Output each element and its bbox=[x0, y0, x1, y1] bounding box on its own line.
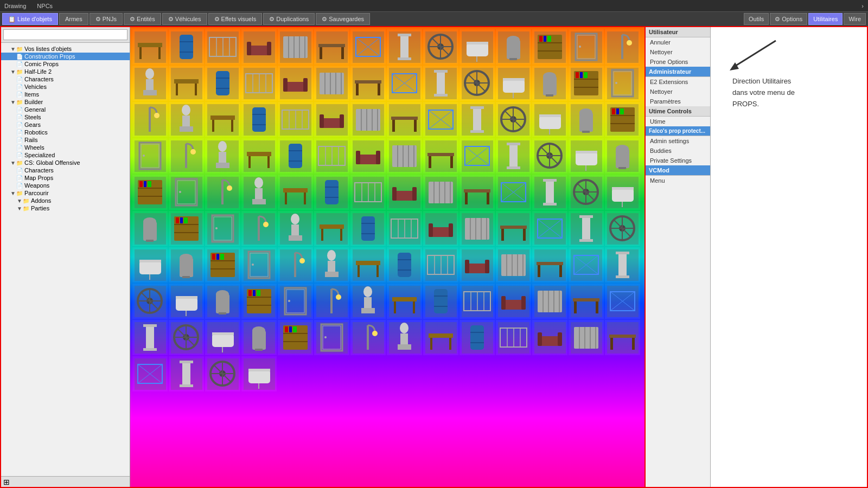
prop-item[interactable] bbox=[605, 211, 640, 246]
prop-item[interactable] bbox=[278, 138, 313, 174]
prop-item[interactable] bbox=[496, 247, 531, 282]
prop-item[interactable] bbox=[205, 175, 240, 210]
tree-item-cs-mapprops[interactable]: 📄 Map Props bbox=[1, 174, 130, 182]
prop-item[interactable] bbox=[459, 211, 495, 246]
prop-item[interactable] bbox=[569, 66, 604, 101]
prop-item[interactable] bbox=[423, 138, 458, 174]
prop-item[interactable] bbox=[169, 247, 204, 282]
prop-item[interactable] bbox=[132, 175, 168, 210]
prop-item[interactable] bbox=[241, 284, 277, 319]
prop-item[interactable] bbox=[532, 247, 567, 282]
prop-item[interactable] bbox=[459, 284, 495, 319]
prop-item[interactable] bbox=[132, 138, 168, 174]
prop-item[interactable] bbox=[496, 29, 531, 65]
expand-addons[interactable]: ▼ bbox=[16, 198, 23, 204]
tree-item-builder[interactable]: ▼ 📁 Builder bbox=[1, 98, 130, 106]
prop-item[interactable] bbox=[532, 66, 567, 101]
prop-item[interactable] bbox=[205, 102, 240, 137]
prop-item[interactable] bbox=[496, 320, 531, 355]
tree-item-hl2-characters[interactable]: 📄 Characters bbox=[1, 75, 130, 83]
prop-item[interactable] bbox=[387, 138, 422, 174]
prop-item[interactable] bbox=[132, 66, 168, 101]
tab-sauvegardes[interactable]: ⚙ Sauvegardes bbox=[316, 13, 370, 25]
prop-item[interactable] bbox=[423, 320, 458, 355]
menu-item-buddies[interactable]: Buddies bbox=[646, 146, 710, 156]
prop-item[interactable] bbox=[169, 175, 204, 210]
tree-item-builder-specialized[interactable]: 📄 Specialized bbox=[1, 151, 130, 159]
prop-item[interactable] bbox=[605, 66, 640, 101]
tab-liste-objets[interactable]: 📋 Liste d'objets bbox=[2, 13, 58, 25]
prop-item[interactable] bbox=[532, 320, 567, 355]
prop-item[interactable] bbox=[532, 284, 567, 319]
menu-item-admin-settings[interactable]: Admin settings bbox=[646, 136, 710, 146]
prop-item[interactable] bbox=[205, 138, 240, 174]
prop-item[interactable] bbox=[350, 102, 386, 137]
prop-item[interactable] bbox=[241, 175, 277, 210]
tree-item-builder-steels[interactable]: 📄 Steels bbox=[1, 113, 130, 121]
titlebar-npcs[interactable]: NPCs bbox=[37, 3, 53, 9]
prop-item[interactable] bbox=[569, 102, 604, 137]
prop-item[interactable] bbox=[350, 284, 386, 319]
prop-item[interactable] bbox=[459, 175, 495, 210]
menu-item-private-settings[interactable]: Private Settings bbox=[646, 156, 710, 165]
tree-item-cs-go[interactable]: ▼ 📁 CS: Global Offensive bbox=[1, 159, 130, 166]
prop-item[interactable] bbox=[569, 29, 604, 65]
prop-item[interactable] bbox=[532, 175, 567, 210]
prop-item[interactable] bbox=[241, 247, 277, 282]
prop-item[interactable] bbox=[314, 175, 349, 210]
prop-item[interactable] bbox=[569, 138, 604, 174]
prop-item[interactable] bbox=[532, 102, 567, 137]
prop-item[interactable] bbox=[569, 320, 604, 355]
prop-item[interactable] bbox=[132, 320, 168, 355]
prop-item[interactable] bbox=[278, 320, 313, 355]
prop-item[interactable] bbox=[496, 211, 531, 246]
prop-item[interactable] bbox=[314, 247, 349, 282]
prop-item[interactable] bbox=[423, 29, 458, 65]
prop-item[interactable] bbox=[350, 138, 386, 174]
prop-item[interactable] bbox=[459, 320, 495, 355]
expand-parcourir[interactable]: ▼ bbox=[10, 190, 16, 196]
expand-cs-go[interactable]: ▼ bbox=[10, 160, 16, 166]
menu-item-nettoyer-2[interactable]: Nettoyer bbox=[646, 87, 710, 97]
prop-item[interactable] bbox=[314, 211, 349, 246]
prop-item[interactable] bbox=[278, 66, 313, 101]
prop-item[interactable] bbox=[169, 284, 204, 319]
prop-item[interactable] bbox=[350, 175, 386, 210]
prop-item[interactable] bbox=[205, 29, 240, 65]
tree-item-parties[interactable]: ▼ 📁 Parties bbox=[1, 204, 130, 212]
prop-item[interactable] bbox=[496, 175, 531, 210]
prop-item[interactable] bbox=[314, 320, 349, 355]
prop-item[interactable] bbox=[169, 356, 204, 391]
prop-item[interactable] bbox=[605, 102, 640, 137]
prop-item[interactable] bbox=[350, 211, 386, 246]
tree-item-construction-props[interactable]: 📄 Construction Props bbox=[1, 53, 130, 60]
prop-item[interactable] bbox=[278, 247, 313, 282]
prop-item[interactable] bbox=[423, 66, 458, 101]
prop-item[interactable] bbox=[387, 320, 422, 355]
prop-item[interactable] bbox=[169, 211, 204, 246]
prop-item[interactable] bbox=[169, 29, 204, 65]
tree-item-builder-gears[interactable]: 📄 Gears bbox=[1, 121, 130, 129]
prop-item[interactable] bbox=[350, 320, 386, 355]
expand-vos-listes[interactable]: ▼ bbox=[10, 46, 16, 52]
prop-item[interactable] bbox=[459, 247, 495, 282]
prop-item[interactable] bbox=[169, 66, 204, 101]
prop-item[interactable] bbox=[605, 247, 640, 282]
prop-item[interactable] bbox=[387, 66, 422, 101]
prop-item[interactable] bbox=[459, 29, 495, 65]
prop-item[interactable] bbox=[496, 138, 531, 174]
tab-duplications[interactable]: ⚙ Duplications bbox=[263, 13, 315, 25]
tab-entites[interactable]: ⚙ Entités bbox=[124, 13, 161, 25]
prop-item[interactable] bbox=[569, 247, 604, 282]
prop-item[interactable] bbox=[350, 29, 386, 65]
prop-item[interactable] bbox=[423, 102, 458, 137]
tree-footer-icon[interactable]: ⊞ bbox=[3, 478, 10, 486]
expand-builder[interactable]: ▼ bbox=[10, 99, 16, 105]
tree-item-comic-props[interactable]: 📄 Comic Props bbox=[1, 60, 130, 68]
menu-item-e2-extensions[interactable]: E2 Extensions bbox=[646, 77, 710, 87]
prop-item[interactable] bbox=[278, 211, 313, 246]
prop-item[interactable] bbox=[278, 102, 313, 137]
prop-item[interactable] bbox=[532, 29, 567, 65]
tree-item-parcourir[interactable]: ▼ 📁 Parcourir bbox=[1, 189, 130, 197]
titlebar-drawing[interactable]: Drawing bbox=[4, 3, 26, 9]
